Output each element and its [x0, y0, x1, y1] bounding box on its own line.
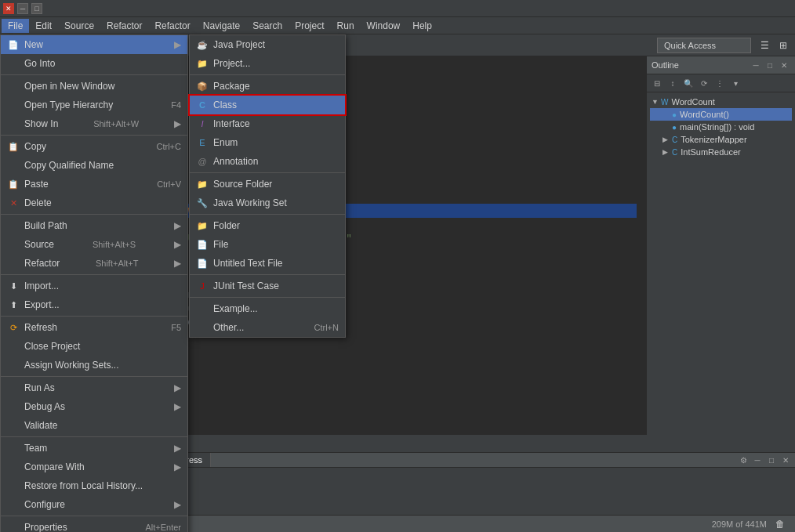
ns-junit-test-case[interactable]: J JUnit Test Case: [190, 277, 345, 295]
menu-help[interactable]: Help: [406, 19, 438, 33]
maximize-button[interactable]: □: [31, 3, 42, 14]
cm-open-new-window[interactable]: Open in New Window: [1, 77, 187, 96]
cm-divider1: [1, 74, 187, 75]
cm-build-path[interactable]: Build Path ▶: [1, 216, 187, 235]
cm-compare-with[interactable]: Compare With ▶: [1, 458, 187, 476]
bp-minimize-btn[interactable]: ─: [751, 454, 764, 466]
ns-example-label: Example...: [213, 303, 258, 314]
ns-untitled-text-file[interactable]: 📄 Untitled Text File: [190, 254, 345, 273]
cm-configure[interactable]: Configure ▶: [1, 495, 187, 514]
bp-close-btn[interactable]: ✕: [779, 454, 792, 466]
ns-folder[interactable]: 📁 Folder: [190, 216, 345, 235]
cm-copy-qualified[interactable]: Copy Qualified Name: [1, 156, 187, 175]
cm-debug-as[interactable]: Debug As ▶: [1, 397, 187, 416]
ns-project[interactable]: 📁 Project...: [190, 54, 345, 73]
cm-show-in-label: Show In: [24, 118, 58, 129]
show-in-shortcut: Shift+Alt+W: [93, 119, 139, 128]
menu-run[interactable]: Run: [331, 19, 361, 33]
menu-window[interactable]: Window: [361, 19, 407, 33]
cm-copy[interactable]: 📋 Copy Ctrl+C: [1, 137, 187, 156]
expand-icon4: ▶: [662, 136, 669, 143]
menu-edit[interactable]: Edit: [29, 19, 58, 33]
cm-team[interactable]: Team ▶: [1, 439, 187, 458]
cm-paste[interactable]: 📋 Paste Ctrl+V: [1, 175, 187, 194]
outline-wordcount-ctor-label: WordCount(): [680, 110, 729, 119]
outline-collapse-btn[interactable]: ⊟: [650, 76, 664, 90]
gc-btn[interactable]: 🗑: [771, 516, 789, 533]
menu-file[interactable]: File: [2, 19, 29, 33]
menu-refactor1[interactable]: Refactor: [100, 19, 148, 33]
ns-annotation[interactable]: @ Annotation: [190, 152, 345, 171]
ns-java-project[interactable]: ☕ Java Project: [190, 35, 345, 54]
ns-file[interactable]: 📄 File: [190, 235, 345, 254]
ns-divider2: [190, 172, 345, 173]
ns-source-folder[interactable]: 📁 Source Folder: [190, 175, 345, 194]
toolbar-layout-btn[interactable]: ⊞: [775, 37, 792, 54]
outline-item-intsum[interactable]: ▶ C IntSumReducer: [650, 146, 792, 158]
cm-new[interactable]: 📄 New ▶: [1, 35, 187, 54]
ns-enum-label: Enum: [213, 137, 238, 148]
menu-source[interactable]: Source: [58, 19, 100, 33]
other-icon: [196, 321, 209, 334]
ns-enum[interactable]: E Enum: [190, 133, 345, 152]
cm-close-project-label: Close Project: [24, 341, 80, 352]
outline-minimize-btn[interactable]: ─: [750, 59, 762, 71]
cm-go-into[interactable]: Go Into: [1, 54, 187, 73]
outline-sync-btn[interactable]: ⟳: [697, 76, 711, 90]
class-icon: W: [661, 98, 668, 107]
cm-run-as[interactable]: Run As ▶: [1, 378, 187, 397]
bp-maximize-btn[interactable]: □: [765, 454, 778, 466]
outline-item-wordcount-class[interactable]: ▼ W WordCount: [650, 96, 792, 108]
cm-properties[interactable]: Properties Alt+Enter: [1, 518, 187, 532]
outline-chevron-btn[interactable]: ▾: [728, 76, 742, 90]
cm-delete[interactable]: ✕ Delete: [1, 194, 187, 212]
cm-restore-local[interactable]: Restore from Local History...: [1, 476, 187, 495]
window-controls[interactable]: ✕ ─ □: [3, 3, 42, 14]
bp-settings-btn[interactable]: ⚙: [737, 454, 750, 466]
close-button[interactable]: ✕: [3, 3, 14, 14]
cm-import[interactable]: ⬇ Import...: [1, 277, 187, 295]
expand-icon: ▼: [652, 98, 658, 106]
quick-access-input[interactable]: Quick Access: [657, 38, 751, 53]
ns-project-label: Project...: [213, 58, 250, 69]
outline-filter-btn[interactable]: 🔍: [681, 76, 695, 90]
cm-refactor[interactable]: Refactor Shift+Alt+T ▶: [1, 254, 187, 273]
bottom-panel-controls[interactable]: ⚙ ─ □ ✕: [737, 454, 792, 466]
menu-navigate[interactable]: Navigate: [197, 19, 246, 33]
menu-bar: File Edit Source Refactor Refactor Navig…: [0, 17, 795, 34]
ns-example[interactable]: Example...: [190, 299, 345, 318]
outline-panel-controls[interactable]: ─ □ ✕: [750, 59, 790, 71]
cm-refresh[interactable]: ⟳ Refresh F5: [1, 318, 187, 337]
cm-open-type-hierarchy[interactable]: Open Type Hierarchy F4: [1, 96, 187, 114]
outline-item-tokenizer[interactable]: ▶ C TokenizerMapper: [650, 133, 792, 146]
outline-maximize-btn[interactable]: □: [764, 59, 776, 71]
minimize-button[interactable]: ─: [17, 3, 28, 14]
cm-close-project[interactable]: Close Project: [1, 337, 187, 356]
cm-validate[interactable]: Validate: [1, 416, 187, 435]
ns-package[interactable]: 📦 Package: [190, 77, 345, 96]
outline-close-btn[interactable]: ✕: [778, 59, 790, 71]
outline-more-btn[interactable]: ⋮: [713, 76, 727, 90]
ns-folder-label: Folder: [213, 220, 240, 231]
tokenizer-icon: C: [672, 136, 677, 144]
export-icon: ⬆: [7, 299, 20, 311]
toolbar-perspective-btn[interactable]: ☰: [756, 37, 773, 54]
menu-refactor2[interactable]: Refactor: [148, 19, 196, 33]
menu-search[interactable]: Search: [246, 19, 289, 33]
outline-sort-btn[interactable]: ↕: [666, 76, 680, 90]
ns-other[interactable]: Other... Ctrl+N: [190, 318, 345, 337]
ns-class[interactable]: C Class: [190, 96, 345, 114]
outline-item-wordcount-constructor[interactable]: ● WordCount(): [650, 108, 792, 121]
cm-divider3: [1, 214, 187, 215]
cm-source[interactable]: Source Shift+Alt+S ▶: [1, 235, 187, 254]
ns-interface[interactable]: I Interface: [190, 114, 345, 133]
cm-show-in[interactable]: Show In Shift+Alt+W ▶: [1, 114, 187, 133]
outline-item-main[interactable]: ● main(String[]) : void: [650, 121, 792, 133]
menu-project[interactable]: Project: [289, 19, 330, 33]
cm-new-label: New: [24, 39, 43, 50]
cm-export[interactable]: ⬆ Export...: [1, 295, 187, 314]
cm-assign-working-sets[interactable]: Assign Working Sets...: [1, 356, 187, 375]
ns-source-folder-label: Source Folder: [213, 179, 272, 190]
ns-java-working-set[interactable]: 🔧 Java Working Set: [190, 194, 345, 212]
source-icon: [7, 238, 20, 251]
